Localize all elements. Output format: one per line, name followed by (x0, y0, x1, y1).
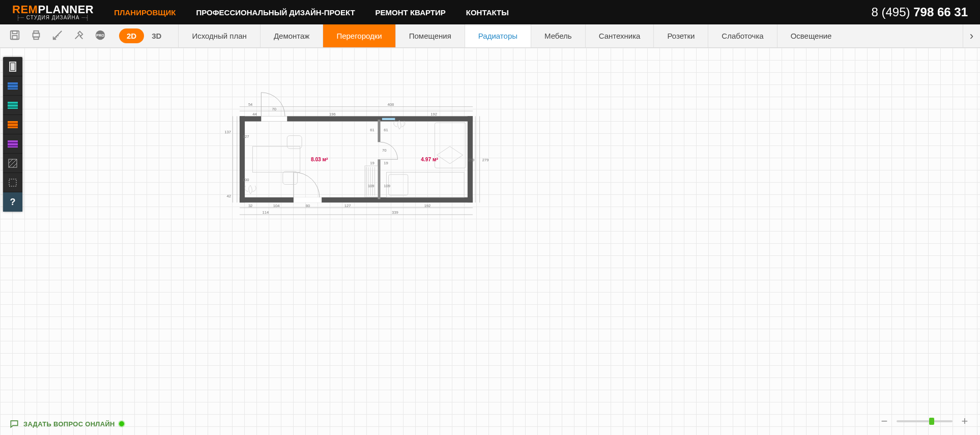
dim-label: 109 (368, 184, 374, 188)
nav-contacts[interactable]: КОНТАКТЫ (466, 8, 509, 17)
dim-label: 19 (370, 161, 374, 165)
view-3d-button[interactable]: 3D (144, 28, 169, 43)
dim-label: 114 (262, 210, 269, 215)
nav-design[interactable]: ПРОФЕССИОНАЛЬНЫЙ ДИЗАЙН-ПРОЕКТ (196, 8, 355, 17)
svg-rect-11 (9, 179, 16, 186)
zoom-slider[interactable] (897, 420, 953, 422)
dim-label: 127 (243, 134, 249, 139)
dim-label: 137 (224, 130, 231, 134)
svg-rect-30 (386, 172, 464, 197)
pro-badge-icon[interactable]: PRO (95, 30, 106, 43)
svg-rect-4 (34, 31, 38, 33)
svg-rect-9 (11, 63, 15, 70)
svg-rect-32 (435, 123, 466, 168)
view-toggle: 2D 3D (119, 28, 169, 43)
palette-brick-orange[interactable] (3, 115, 22, 134)
dim-label: 127 (344, 204, 351, 208)
toolbar-actions: PRO 2D 3D (0, 24, 178, 47)
phone-number[interactable]: 8 (495) 798 66 31 (872, 5, 968, 19)
tab-lighting[interactable]: Освещение (777, 24, 845, 47)
palette-brick-teal[interactable] (3, 96, 22, 115)
toolbar: PRO 2D 3D Исходный план Демонтаж Перегор… (0, 24, 980, 48)
dim-label: 196 (329, 112, 336, 117)
chat-button[interactable]: ЗАДАТЬ ВОПРОС ОНЛАЙН (9, 419, 124, 429)
palette-brick-blue[interactable] (3, 76, 22, 96)
tab-furniture[interactable]: Мебель (531, 24, 585, 47)
dim-label: 70 (382, 148, 386, 153)
dim-label: 279 (482, 158, 489, 162)
measure-icon[interactable] (52, 30, 63, 43)
floor-plan[interactable]: 8.03 м² 4.97 м² 54 70 408 44 196 192 137… (214, 86, 499, 228)
dim-label: 100 (243, 178, 249, 182)
left-palette: ? (3, 57, 22, 212)
chevron-right-icon: › (970, 30, 973, 43)
dim-label: 61 (370, 128, 374, 132)
dim-label: 54 (248, 102, 253, 107)
palette-door-tool[interactable] (3, 57, 22, 76)
tab-rooms[interactable]: Помещения (395, 24, 465, 47)
dim-label: 42 (226, 194, 230, 198)
zoom-slider-knob[interactable] (929, 418, 934, 425)
svg-text:PRO: PRO (96, 33, 104, 37)
svg-rect-13 (240, 197, 473, 202)
app-logo[interactable]: REMPLANNER СТУДИЯ ДИЗАЙНА (12, 4, 94, 20)
tab-partitions[interactable]: Перегородки (323, 24, 395, 47)
svg-rect-24 (365, 166, 378, 197)
svg-rect-20 (382, 118, 395, 120)
dim-label: 192 (430, 112, 437, 117)
svg-rect-16 (378, 120, 380, 142)
palette-hatch-tool[interactable] (3, 154, 22, 173)
tab-plumbing[interactable]: Сантехника (585, 24, 654, 47)
view-2d-button[interactable]: 2D (119, 28, 144, 43)
tab-demolition[interactable]: Демонтаж (260, 24, 323, 47)
save-icon[interactable] (9, 30, 20, 43)
palette-brick-purple[interactable] (3, 134, 22, 154)
logo-text: REMPLANNER (12, 4, 94, 15)
print-icon[interactable] (31, 30, 42, 43)
svg-rect-17 (378, 159, 380, 199)
dim-label: 192 (424, 204, 431, 208)
online-status-icon (119, 421, 124, 426)
dim-label: 44 (252, 112, 257, 117)
dim-label: 109 (384, 184, 390, 188)
svg-rect-1 (12, 31, 17, 34)
svg-rect-23 (283, 171, 298, 184)
dim-label: 19 (384, 161, 388, 165)
svg-rect-3 (33, 33, 40, 37)
tabs-scroll-right[interactable]: › (963, 24, 980, 47)
nav-planner[interactable]: ПЛАНИРОВЩИК (114, 8, 176, 17)
tab-sockets[interactable]: Розетки (653, 24, 708, 47)
dim-label: 32 (248, 204, 252, 208)
zoom-out-button[interactable]: − (879, 415, 889, 428)
dim-label: 104 (273, 204, 280, 208)
zoom-in-button[interactable]: + (960, 415, 970, 428)
palette-help-button[interactable]: ? (3, 192, 22, 212)
layer-tabs: Исходный план Демонтаж Перегородки Помещ… (178, 24, 963, 47)
top-navbar: REMPLANNER СТУДИЯ ДИЗАЙНА ПЛАНИРОВЩИК ПР… (0, 0, 980, 24)
svg-rect-31 (389, 175, 408, 195)
palette-select-tool[interactable] (3, 173, 22, 192)
zoom-control: − + (879, 415, 970, 428)
dim-label: 408 (388, 102, 394, 107)
room-b-area: 4.97 м² (421, 157, 438, 162)
tools-icon[interactable] (73, 30, 84, 43)
svg-rect-21 (252, 147, 300, 172)
chat-icon (9, 419, 19, 429)
dim-label: 61 (384, 128, 388, 132)
dim-label: 80 (306, 204, 310, 208)
tab-radiators[interactable]: Радиаторы (465, 24, 531, 47)
logo-subtitle: СТУДИЯ ДИЗАЙНА (12, 15, 94, 20)
tab-source-plan[interactable]: Исходный план (178, 24, 260, 47)
dim-label: 70 (272, 107, 276, 111)
nav-repair[interactable]: РЕМОНТ КВАРТИР (376, 8, 446, 17)
dim-label: 339 (392, 210, 398, 215)
svg-rect-18 (261, 116, 287, 121)
svg-rect-5 (34, 37, 38, 39)
dim-label: 259 (468, 158, 475, 162)
svg-rect-19 (294, 197, 322, 202)
canvas[interactable]: ? (0, 48, 980, 435)
svg-rect-14 (240, 116, 245, 202)
tab-low-voltage[interactable]: Слаботочка (708, 24, 776, 47)
chat-label: ЗАДАТЬ ВОПРОС ОНЛАЙН (23, 420, 115, 428)
room-a-area: 8.03 м² (311, 157, 328, 162)
